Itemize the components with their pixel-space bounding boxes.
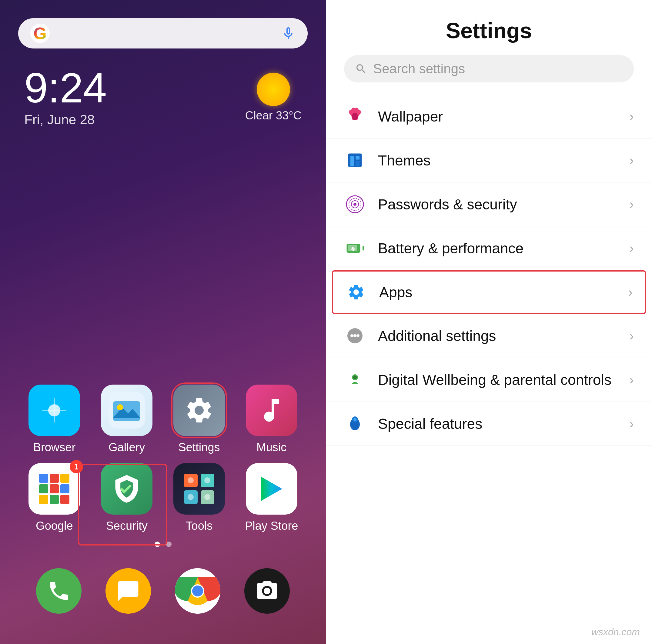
tools-icon [173,463,225,514]
digital-icon [344,369,366,391]
settings-item-apps[interactable]: Apps › [332,270,646,314]
svg-point-28 [192,586,203,596]
svg-point-42 [350,334,353,337]
settings-panel: Settings Search settings Wallpaper › [326,0,652,644]
svg-point-44 [356,334,359,337]
google-search-bar[interactable]: G [18,18,308,49]
svg-point-21 [188,494,194,500]
apps-label: Apps [379,284,628,301]
search-settings-bar[interactable]: Search settings [344,55,634,82]
weather-icon [257,73,290,106]
svg-rect-7 [50,474,59,483]
svg-rect-10 [50,484,59,494]
svg-rect-32 [356,156,360,160]
playstore-icon [246,463,297,514]
chevron-icon: › [629,241,634,256]
dock-chrome[interactable] [175,568,220,614]
app-google[interactable]: 1 Google [24,463,85,532]
weather-label: Clear 33°C [245,109,302,122]
google-logo: G [30,24,50,43]
page-title: Settings [326,0,652,55]
svg-rect-30 [348,153,362,167]
svg-point-20 [204,477,210,483]
settings-item-passwords[interactable]: Passwords & security › [326,183,652,226]
dock-camera[interactable] [244,568,290,614]
settings-item-special[interactable]: Special features › [326,402,652,446]
security-icon [101,463,153,514]
svg-point-46 [353,375,357,379]
gallery-icon [101,385,153,436]
svg-rect-39 [362,246,364,251]
app-browser[interactable]: Browser [24,385,85,454]
chevron-icon: › [629,328,634,343]
settings-label: Settings [178,441,220,454]
themes-label: Themes [378,152,629,169]
chevron-icon: › [629,153,634,168]
time-weather-block: 9:24 Fri, June 28 Clear 33°C [0,49,326,127]
app-gallery[interactable]: Gallery [97,385,157,454]
notification-badge: 1 [70,460,83,473]
svg-rect-13 [50,495,59,504]
dock-phone[interactable] [36,568,82,614]
svg-rect-14 [60,495,70,504]
browser-label: Browser [33,441,76,454]
settings-item-themes[interactable]: Themes › [326,139,652,183]
security-label: Security [106,520,147,532]
settings-item-digital[interactable]: Digital Wellbeing & parental controls › [326,358,652,402]
settings-item-additional[interactable]: Additional settings › [326,314,652,358]
google-label: Google [36,520,73,532]
apps-icon [345,281,367,303]
search-placeholder: Search settings [373,61,465,76]
additional-icon [344,325,366,347]
svg-rect-31 [350,156,354,166]
battery-icon [344,237,366,259]
svg-point-22 [204,494,210,500]
chevron-icon: › [628,285,633,300]
svg-point-49 [353,418,356,421]
themes-icon [344,149,366,171]
passwords-icon [344,193,366,215]
home-screen: G 9:24 Fri, June 28 Clear 33°C [0,0,326,644]
svg-point-37 [353,203,356,206]
special-label: Special features [378,416,629,432]
page-indicators [0,541,326,547]
wallpaper-icon [344,106,366,127]
app-security[interactable]: Security [97,463,157,532]
app-music[interactable]: Music [241,385,302,454]
app-dock [0,559,326,632]
search-icon [355,63,367,75]
app-row-2: 1 Google [0,463,326,532]
digital-label: Digital Wellbeing & parental controls [378,371,629,388]
google-app-icon: 1 [28,463,80,514]
battery-label: Battery & performance [378,240,629,257]
music-icon [246,385,297,436]
app-tools[interactable]: Tools [169,463,229,532]
app-settings[interactable]: Settings [169,385,229,454]
svg-rect-9 [39,484,48,494]
svg-rect-8 [60,474,70,483]
svg-rect-12 [39,495,48,504]
svg-point-19 [188,477,194,483]
dot-2 [166,541,171,547]
app-playstore[interactable]: Play Store [241,463,302,532]
mic-icon[interactable] [281,26,296,40]
music-label: Music [256,441,287,454]
clock-time: 9:24 [24,67,107,109]
special-icon [344,413,366,435]
svg-rect-3 [113,401,140,421]
svg-point-29 [352,113,358,120]
app-grid: Browser Gallery [0,127,326,644]
chevron-icon: › [629,372,634,387]
dock-messages[interactable] [106,568,151,614]
svg-rect-11 [60,484,70,494]
dot-1 [155,541,160,547]
clock-date: Fri, June 28 [24,112,107,127]
passwords-label: Passwords & security [378,196,629,213]
tools-label: Tools [186,520,213,532]
playstore-label: Play Store [245,520,298,532]
settings-item-wallpaper[interactable]: Wallpaper › [326,94,652,139]
settings-list: Wallpaper › Themes › [326,94,652,620]
watermark: wsxdn.com [591,626,640,638]
svg-rect-33 [356,161,360,167]
settings-item-battery[interactable]: Battery & performance › [326,226,652,270]
